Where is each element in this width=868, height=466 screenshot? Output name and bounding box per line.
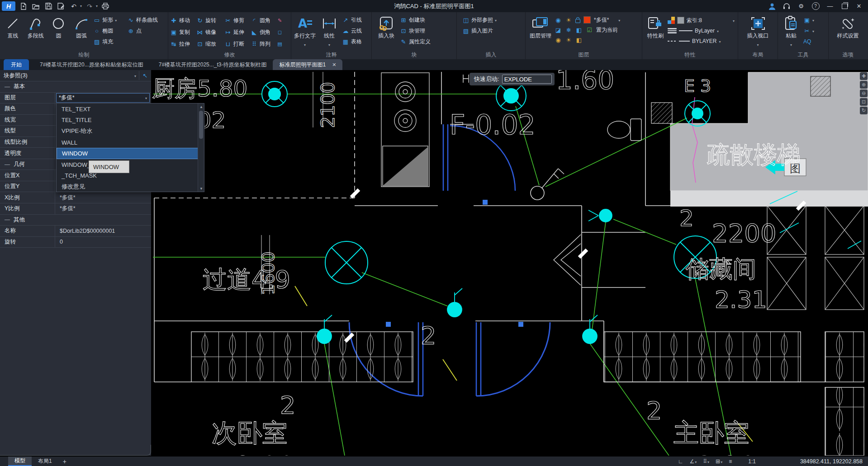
tab-doc1[interactable]: 7#楼基坑开挖图20...原坐标粘贴坐标定位图 [33,59,150,70]
minimize-button[interactable]: — [824,0,836,12]
tab-layout1[interactable]: 布局1 [32,457,58,466]
tab-doc2[interactable]: 7#楼基坑开挖图2025..._t3-待原坐标复制柱图 [152,59,273,70]
ortho-icon[interactable]: ∟ [678,458,683,465]
layer-option[interactable]: WALL [57,137,198,148]
block-manager-button[interactable]: ⊡块管理 [400,26,439,35]
prop-value-scale-y[interactable]: *多值* [55,203,151,214]
open-file-icon[interactable] [31,1,41,11]
command-line-strip[interactable] [0,445,151,456]
user-avatar[interactable] [766,0,778,12]
layer-lock2-icon[interactable]: ◧ [575,27,583,33]
help-icon[interactable]: ? [809,0,822,12]
layer-option-selected[interactable]: WINDOW [57,148,198,159]
current-color-swatch[interactable] [677,17,684,24]
cut-clip-button[interactable]: ✂ [803,26,823,35]
insert-image-button[interactable]: ▧插入图片 [462,26,523,35]
hatch-button[interactable]: ▨填充 [93,37,126,46]
orbit-icon[interactable]: ↻ [860,107,868,114]
mirror-button[interactable]: ⋈镜像 [196,28,224,37]
spline-button[interactable]: ∿样条曲线 [127,15,166,24]
xref-button[interactable]: ◫外部参照 [462,15,523,24]
layer-freeze-icon[interactable]: ❄ [565,27,572,33]
layer-visibility-icon[interactable]: ◉ [555,17,562,24]
trim-button[interactable]: ✂修剪 [224,16,251,25]
annotation-scale[interactable]: 1:1 [748,458,756,465]
copy-button[interactable]: ▣复制 [170,28,196,37]
linear-dim-button[interactable]: 线性 [318,14,341,52]
rectangle-button[interactable]: ▭矩形 [93,15,126,24]
status-menu-icon[interactable]: ≡ [729,458,732,465]
paste-button[interactable]: 粘贴 [780,14,802,52]
selection-type-dropdown[interactable]: 块参照(3) [4,72,132,80]
app-logo-icon[interactable]: H [2,1,15,11]
undo-caret-icon[interactable]: ▾ [80,4,82,8]
move-button[interactable]: ✚移动 [170,16,196,25]
color-caret-icon[interactable] [733,17,735,24]
layer-combo[interactable]: *多值* [56,93,150,103]
zoom-in-icon[interactable]: ⊕ [860,81,868,89]
tab-model[interactable]: 模型 [8,457,32,466]
tab-close-icon[interactable]: ✕ [332,62,336,68]
scroll-down-icon[interactable]: ▼ [198,185,204,192]
set-current-button[interactable]: 置为当前 [596,26,618,34]
tab-active-drawing[interactable]: 标准层照明平面图1 ✕ [273,59,342,70]
table-button[interactable]: ▦表格 [342,37,369,46]
save-as-icon[interactable] [56,1,66,11]
print-icon[interactable] [100,1,110,11]
leader-button[interactable]: ↗引线 [342,15,369,24]
mtext-button[interactable]: A 多行文字 [293,14,317,52]
attr-define-button[interactable]: ✎属性定义 [400,37,439,46]
erase-icon[interactable]: ✎ [276,17,284,24]
copy-clip-button[interactable]: ▣ [803,15,823,24]
layer-thaw-icon[interactable]: ☀ [565,37,572,43]
revcloud-button[interactable]: ☁云线 [342,26,369,35]
create-block-button[interactable]: ⊞创建块 [400,15,439,24]
layer-set-icon[interactable]: ☑ [586,27,593,33]
extend-button[interactable]: ↦延伸 [224,28,251,37]
zoom-out-icon[interactable]: ⊖ [860,89,868,97]
layer-on-icon[interactable]: ☀ [565,17,572,24]
array-button[interactable]: ⠿阵列 [251,39,276,48]
section-other[interactable]: 其他 [14,216,25,224]
break-button[interactable]: ⊔打断 [224,39,251,48]
fillet-button[interactable]: ◜圆角 [251,16,276,25]
style-settings-button[interactable]: 样式设置 [833,14,863,52]
layer-manager-button[interactable]: 图层管理 [527,14,554,52]
line-button[interactable]: 直线 [2,14,24,52]
layer-lock-icon[interactable] [575,19,580,23]
redo-icon[interactable]: ↷ [85,1,95,11]
scroll-thumb[interactable] [199,111,203,139]
select-objects-icon[interactable]: ↖ [139,71,151,80]
layer-option[interactable]: 修改意见 [57,181,198,193]
insert-block-button[interactable]: 插入块 [374,14,399,52]
linetype-value[interactable]: BYLAYER [692,38,716,44]
dropdown-scrollbar[interactable]: ▲ ▼ [198,104,204,192]
tab-start[interactable]: 开始 [4,59,29,70]
layer-option[interactable]: TEL_TITLE [57,115,198,126]
settings-gear-icon[interactable]: ⚙ [795,0,807,12]
new-file-icon[interactable] [18,1,28,11]
prop-value-scale-x[interactable]: *多值* [55,192,151,203]
polyline-button[interactable]: 多段线 [25,14,47,52]
point-button[interactable]: ⊕点 [127,26,166,35]
layer-off-icon[interactable]: ◪ [555,27,562,33]
close-button[interactable]: ✕ [853,0,865,12]
linetype-caret-icon[interactable] [719,38,721,44]
layer-option[interactable]: TEL_TEXT [57,104,198,115]
support-headset-icon[interactable] [780,0,793,12]
layer-color-swatch[interactable] [583,16,591,24]
layer-value-dropdown[interactable]: *多值* [594,16,609,24]
scroll-up-icon[interactable]: ▲ [198,104,204,110]
offset-icon[interactable]: ◻ [276,28,284,36]
section-basic[interactable]: 基本 [14,83,25,90]
selection-caret-icon[interactable] [134,72,136,79]
match-properties-button[interactable]: 特性刷 [644,14,667,52]
save-icon[interactable] [43,1,53,11]
osnap-icon[interactable]: ⊞ [716,458,722,465]
prop-value-rotation[interactable]: 0 [55,237,151,248]
layer-dropdown-caret-icon[interactable] [618,17,620,23]
group-icon[interactable]: ▤ [276,40,284,47]
section-geometry[interactable]: 几何 [14,160,25,168]
drawing-canvas[interactable]: 图 [151,70,868,456]
restore-button[interactable] [838,0,851,12]
